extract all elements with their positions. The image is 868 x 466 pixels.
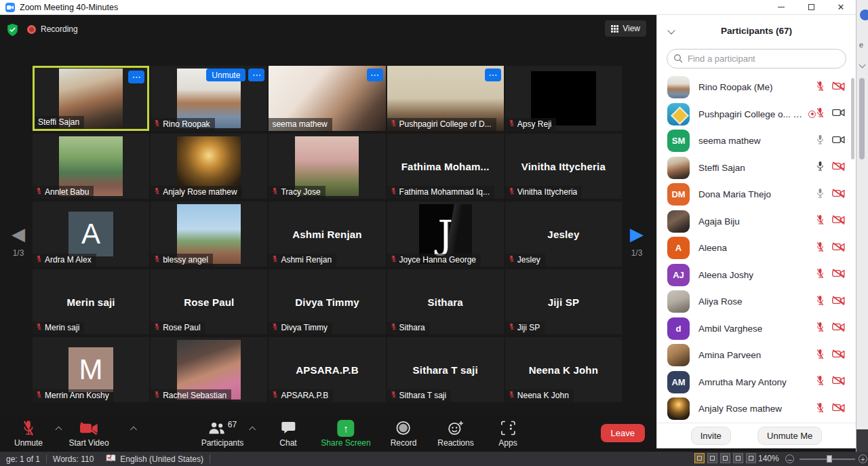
security-shield-icon[interactable] bbox=[7, 24, 18, 39]
camera-status-icon bbox=[832, 269, 845, 281]
participant-list-item[interactable]: d Ambil Varghese bbox=[657, 315, 856, 343]
previous-page-control: ◀ 1/3 bbox=[7, 225, 30, 258]
video-options-chevron-icon[interactable] bbox=[130, 427, 137, 433]
invite-button[interactable]: Invite bbox=[691, 427, 731, 445]
close-button[interactable]: ✕ bbox=[826, 0, 856, 14]
chat-icon bbox=[281, 420, 296, 436]
zoom-out-button[interactable]: – bbox=[785, 454, 794, 463]
print-layout-view-button[interactable] bbox=[694, 453, 705, 463]
participant-list-item[interactable]: Anjaly Rose mathew bbox=[657, 395, 856, 423]
start-video-button[interactable]: Start Video bbox=[68, 415, 108, 452]
video-tile[interactable]: Fathima Moham... Fathima Mohammad Iq... bbox=[387, 134, 504, 199]
video-tile[interactable]: Anjaly Rose mathew bbox=[151, 134, 267, 199]
zoom-in-button[interactable]: + bbox=[859, 454, 867, 463]
participant-search bbox=[667, 49, 846, 69]
recording-indicator[interactable]: Recording bbox=[27, 24, 78, 34]
camera-status-icon bbox=[832, 108, 845, 120]
participant-list-item[interactable]: AJ Aleena Joshy bbox=[657, 262, 856, 289]
more-options-button[interactable]: ⋯ bbox=[248, 69, 264, 81]
maximize-button[interactable] bbox=[796, 0, 826, 14]
tile-unmute-button[interactable]: Unmute bbox=[206, 69, 245, 81]
read-mode-view-button[interactable] bbox=[707, 453, 717, 463]
reactions-button[interactable]: Reactions bbox=[437, 415, 473, 452]
draft-view-button[interactable] bbox=[746, 453, 756, 463]
zoom-level-label[interactable]: 140% bbox=[758, 454, 779, 463]
search-input[interactable] bbox=[667, 49, 846, 69]
camera-status-icon bbox=[832, 135, 845, 147]
mic-status-icon bbox=[816, 161, 825, 174]
video-tile[interactable]: M Merrin Ann Koshy bbox=[33, 337, 149, 402]
muted-mic-icon bbox=[509, 391, 515, 400]
more-options-button[interactable]: ⋯ bbox=[128, 71, 144, 83]
participant-list-item[interactable]: Rino Roopak (Me) bbox=[657, 74, 856, 101]
view-label: View bbox=[623, 24, 640, 33]
participants-options-chevron-icon[interactable] bbox=[249, 427, 256, 433]
record-button[interactable]: Record bbox=[391, 415, 417, 452]
video-tile[interactable]: Jiji SP Jiji SP bbox=[505, 269, 622, 334]
avatar: AJ bbox=[667, 264, 690, 286]
participant-list-item[interactable]: SM seema mathew bbox=[657, 128, 856, 155]
video-tile[interactable]: Unmute⋯ Rino Roopak bbox=[151, 66, 267, 131]
chat-button[interactable]: Chat bbox=[279, 415, 296, 452]
mic-status-icon bbox=[816, 214, 825, 228]
video-tile[interactable]: ⋯ Steffi Sajan bbox=[33, 66, 149, 131]
web-layout-view-button[interactable] bbox=[720, 453, 730, 463]
video-tile[interactable]: Rachel Sebastian bbox=[151, 337, 267, 402]
minimize-button[interactable] bbox=[766, 0, 796, 14]
video-tile[interactable]: blessy angel bbox=[151, 201, 267, 267]
video-tile[interactable]: Annlet Babu bbox=[33, 134, 149, 199]
spellcheck-language[interactable]: English (United States) bbox=[100, 452, 210, 466]
video-tile[interactable]: Sithara Sithara bbox=[387, 269, 504, 334]
video-tile[interactable]: Divya Timmy Divya Timmy bbox=[269, 269, 385, 334]
participant-list-item[interactable]: Steffi Sajan bbox=[657, 155, 856, 182]
background-scrollbar[interactable] bbox=[859, 78, 865, 159]
unmute-me-button[interactable]: Unmute Me bbox=[757, 427, 822, 445]
video-tile[interactable]: Tracy Jose bbox=[269, 134, 385, 199]
participant-list-item[interactable]: Pushpagiri College o... (Host) bbox=[657, 101, 856, 128]
participant-list-item[interactable]: AM Amrutha Mary Antony bbox=[657, 369, 856, 396]
video-tile[interactable]: Jesley Jesley bbox=[505, 201, 622, 267]
video-tile[interactable]: Merin saji Merin saji bbox=[33, 269, 149, 334]
zoom-slider-thumb[interactable] bbox=[827, 455, 832, 463]
previous-page-arrow-icon[interactable]: ◀ bbox=[7, 225, 30, 243]
more-options-button[interactable]: ⋯ bbox=[367, 69, 383, 81]
video-tile[interactable]: Apsy Reji bbox=[505, 66, 622, 131]
word-count[interactable]: Words: 110 bbox=[47, 452, 100, 466]
leave-button[interactable]: Leave bbox=[601, 424, 645, 442]
reactions-icon bbox=[448, 420, 464, 436]
participant-list-item[interactable]: Amina Parveen bbox=[657, 342, 856, 369]
next-page-arrow-icon[interactable]: ▶ bbox=[625, 225, 648, 243]
audio-options-chevron-icon[interactable] bbox=[56, 427, 62, 433]
video-tile[interactable]: ⋯ Pushpagiri College of D... bbox=[387, 66, 504, 131]
outline-view-button[interactable] bbox=[733, 453, 743, 463]
video-tile[interactable]: Vinitha Ittycheria Vinitha Ittycheria bbox=[505, 134, 622, 199]
participant-list-item[interactable]: DM Dona Maria Thejo bbox=[657, 181, 856, 208]
video-tile[interactable]: Ashmi Renjan Ashmi Renjan bbox=[269, 201, 385, 267]
participants-panel-title: Participants (67) bbox=[721, 26, 792, 36]
participant-display-name: Ashmi Renjan bbox=[287, 229, 367, 240]
video-tile[interactable]: Sithara T saji Sithara T saji bbox=[387, 337, 504, 402]
share-screen-button[interactable]: ↑ Share Screen bbox=[321, 415, 370, 452]
participant-name-label: Rachel Sebastian bbox=[151, 389, 231, 402]
camera-status-icon bbox=[832, 242, 845, 254]
participant-list-item[interactable]: Aliya Rose bbox=[657, 288, 856, 315]
participant-name: Steffi Sajan bbox=[698, 163, 745, 173]
participant-list-item[interactable]: A Aleena bbox=[657, 235, 856, 262]
page-count[interactable]: ge: 1 of 1 bbox=[0, 452, 46, 466]
view-button[interactable]: View bbox=[605, 20, 646, 37]
video-tile[interactable]: A Ardra M Alex bbox=[33, 201, 149, 267]
apps-button[interactable]: Apps bbox=[498, 415, 517, 452]
video-tile[interactable]: APSARA.P.B APSARA.P.B bbox=[269, 337, 385, 402]
video-tile[interactable]: J Joyce Hanna George bbox=[387, 201, 504, 267]
panel-collapse-chevron-icon[interactable] bbox=[667, 26, 675, 34]
video-tile[interactable]: Rose Paul Rose Paul bbox=[151, 269, 267, 334]
more-options-button[interactable]: ⋯ bbox=[485, 69, 501, 81]
participant-list-item[interactable]: Agaja Biju bbox=[657, 208, 856, 235]
avatar bbox=[667, 397, 690, 420]
participants-button[interactable]: 67 Participants bbox=[201, 415, 244, 452]
unmute-button[interactable]: Unmute bbox=[14, 415, 43, 452]
background-window-text: e bbox=[859, 41, 863, 49]
video-tile[interactable]: ⋯ seema mathew bbox=[269, 66, 385, 131]
video-tile[interactable]: Neena K John Neena K John bbox=[505, 337, 622, 402]
panel-scrollbar[interactable] bbox=[851, 78, 854, 159]
